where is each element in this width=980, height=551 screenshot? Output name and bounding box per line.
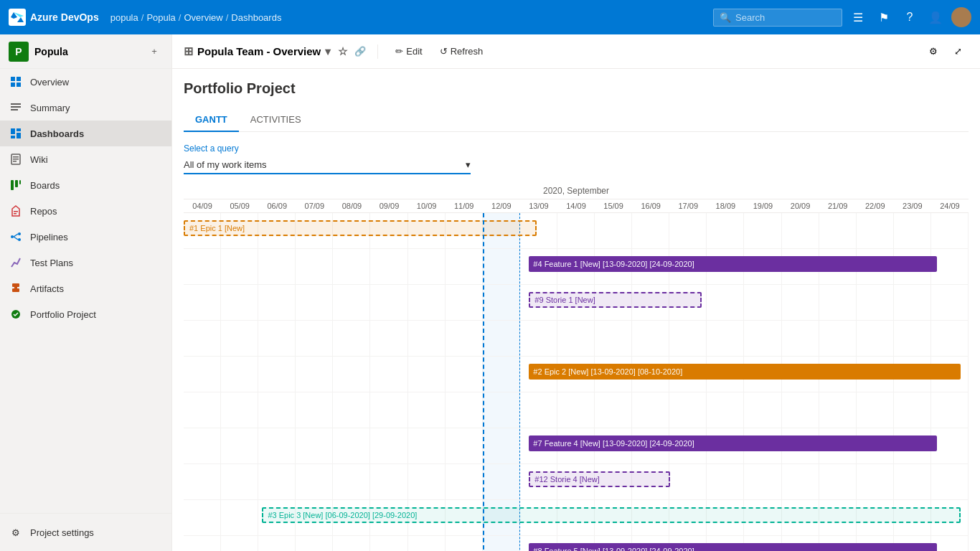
- gantt-bar-story12[interactable]: #12 Storie 4 [New]: [529, 471, 670, 487]
- svg-rect-16: [15, 180, 18, 187]
- gantt-row: #1 Epic 1 [New]: [184, 213, 969, 249]
- sidebar-item-test-plans[interactable]: Test Plans: [0, 250, 171, 276]
- list-icon[interactable]: ☰: [848, 7, 868, 27]
- toolbar: ⊞ Popula Team - Overview ▾ ☆ 🔗 ✏ Edit ↺ …: [172, 34, 980, 69]
- gantt-row: [184, 321, 969, 357]
- gantt-row: [184, 392, 969, 428]
- logo-icon: [9, 9, 26, 26]
- gantt-date-cell: 13/09: [520, 199, 557, 212]
- gantt-date-cell: 11/09: [446, 199, 483, 212]
- wiki-icon: [9, 152, 23, 166]
- sidebar-item-repos[interactable]: Repos: [0, 198, 171, 224]
- sidebar-item-summary[interactable]: Summary: [0, 95, 171, 121]
- project-icon: P: [9, 42, 29, 62]
- svg-rect-10: [11, 136, 15, 138]
- svg-rect-14: [13, 161, 17, 162]
- svg-rect-3: [17, 83, 21, 87]
- repos-icon: [9, 204, 23, 218]
- svg-rect-18: [14, 211, 18, 212]
- svg-rect-0: [11, 77, 15, 81]
- gantt-date-cell: 04/09: [184, 199, 221, 212]
- avatar[interactable]: [951, 7, 971, 27]
- gantt-date-cell: 23/09: [894, 199, 931, 212]
- gantt-row: #9 Storie 1 [New]: [184, 285, 969, 321]
- gantt-date-cell: 20/09: [782, 199, 819, 212]
- sidebar-item-artifacts[interactable]: Artifacts: [0, 276, 171, 301]
- svg-rect-4: [11, 103, 21, 105]
- gantt-row: #8 Feature 5 [New] [13-09-2020] [24-09-2…: [184, 536, 969, 551]
- logo-text: Azure DevOps: [30, 11, 99, 23]
- svg-rect-19: [14, 213, 17, 215]
- dropdown-icon[interactable]: ▾: [325, 45, 331, 58]
- search-input[interactable]: [735, 12, 829, 23]
- search-icon: 🔍: [720, 12, 731, 23]
- sidebar-item-wiki[interactable]: Wiki: [0, 146, 171, 172]
- overview-icon: [9, 75, 23, 89]
- gantt-bar-story9[interactable]: #9 Storie 1 [New]: [529, 292, 702, 308]
- search-box[interactable]: 🔍: [713, 9, 842, 27]
- sidebar-item-boards[interactable]: Boards: [0, 172, 171, 198]
- svg-rect-17: [19, 180, 21, 184]
- gantt-bar-epic2-solid[interactable]: #2 Epic 2 [New] [13-09-2020] [08-10-2020…: [529, 364, 961, 380]
- svg-rect-5: [11, 106, 21, 108]
- query-label: Select a query: [184, 143, 969, 154]
- dashboard-grid-icon: ⊞: [184, 44, 193, 58]
- sidebar-item-pipelines[interactable]: Pipelines: [0, 224, 171, 250]
- sidebar-item-settings[interactable]: ⚙ Project settings: [0, 519, 171, 545]
- gantt-bar-epic1-dashed[interactable]: #1 Epic 1 [New]: [184, 220, 537, 236]
- breadcrumb-overview[interactable]: Overview: [184, 12, 222, 23]
- gantt-body: #1 Epic 1 [New]#4 Feature 1 [New] [13-09…: [184, 213, 969, 551]
- sidebar-label-wiki: Wiki: [30, 154, 48, 165]
- gantt-bar-feature7[interactable]: #7 Feature 4 [New] [13-09-2020] [24-09-2…: [529, 435, 937, 451]
- sidebar-label-artifacts: Artifacts: [30, 283, 64, 294]
- share-icon[interactable]: 🔗: [354, 46, 366, 57]
- sidebar: P Popula + Overview Summary D: [0, 34, 172, 551]
- gantt-date-cell: 18/09: [707, 199, 744, 212]
- gantt-bar-epic3-dashed[interactable]: #3 Epic 3 [New] [06-09-2020] [29-09-2020…: [262, 507, 961, 523]
- add-button[interactable]: +: [146, 43, 163, 60]
- sidebar-item-overview[interactable]: Overview: [0, 69, 171, 95]
- breadcrumb-popula-lower[interactable]: popula: [110, 12, 138, 23]
- tab-activities[interactable]: ACTIVITIES: [239, 108, 313, 132]
- user-icon[interactable]: 👤: [925, 7, 946, 27]
- logo[interactable]: Azure DevOps: [9, 9, 99, 26]
- gantt-date-cell: 24/09: [931, 199, 969, 212]
- settings-button[interactable]: ⚙: [923, 41, 944, 62]
- svg-point-20: [11, 235, 14, 238]
- gantt-bar-feature8[interactable]: #8 Feature 5 [New] [13-09-2020] [24-09-2…: [529, 543, 937, 551]
- breadcrumb-popula[interactable]: Popula: [146, 12, 175, 23]
- svg-line-23: [14, 234, 18, 237]
- edit-button[interactable]: ✏ Edit: [390, 42, 428, 60]
- edit-icon: ✏: [395, 46, 403, 57]
- gantt-date-cell: 21/09: [819, 199, 857, 212]
- test-plans-icon: [9, 255, 23, 270]
- gantt-date-cell: 12/09: [483, 199, 520, 212]
- fullscreen-button[interactable]: ⤢: [947, 41, 969, 62]
- svg-point-21: [18, 232, 21, 235]
- query-select[interactable]: All of my work items ▾: [184, 156, 471, 174]
- page-content: Portfolio Project GANTT ACTIVITIES Selec…: [172, 69, 980, 551]
- tab-gantt[interactable]: GANTT: [184, 108, 239, 132]
- sidebar-item-dashboards[interactable]: Dashboards: [0, 121, 171, 146]
- settings-icon: ⚙: [9, 525, 23, 540]
- gantt-date-cell: 06/09: [258, 199, 296, 212]
- svg-rect-13: [13, 159, 19, 160]
- dashboard-title: Popula Team - Overview: [197, 45, 321, 57]
- top-nav-right: 🔍 ☰ ⚑ ? 👤: [713, 7, 971, 27]
- flag-icon[interactable]: ⚑: [874, 7, 894, 27]
- breadcrumb: popula / Popula / Overview / Dashboards: [110, 12, 282, 23]
- help-icon[interactable]: ?: [900, 7, 920, 27]
- refresh-button[interactable]: ↺ Refresh: [434, 42, 489, 60]
- sidebar-label-test-plans: Test Plans: [30, 258, 73, 268]
- breadcrumb-dashboards[interactable]: Dashboards: [231, 12, 281, 23]
- top-nav-icons: ☰ ⚑ ? 👤: [848, 7, 971, 27]
- star-icon[interactable]: ☆: [338, 45, 347, 58]
- sidebar-item-portfolio[interactable]: Portfolio Project: [0, 301, 171, 327]
- gantt-bar-feature4[interactable]: #4 Feature 1 [New] [13-09-2020] [24-09-2…: [529, 256, 937, 272]
- artifacts-icon: [9, 281, 23, 296]
- gantt-row: #7 Feature 4 [New] [13-09-2020] [24-09-2…: [184, 428, 969, 464]
- toolbar-title: ⊞ Popula Team - Overview ▾ ☆ 🔗: [184, 44, 366, 58]
- summary-icon: [9, 100, 23, 115]
- svg-rect-25: [12, 283, 19, 287]
- sidebar-label-dashboards: Dashboards: [30, 128, 84, 139]
